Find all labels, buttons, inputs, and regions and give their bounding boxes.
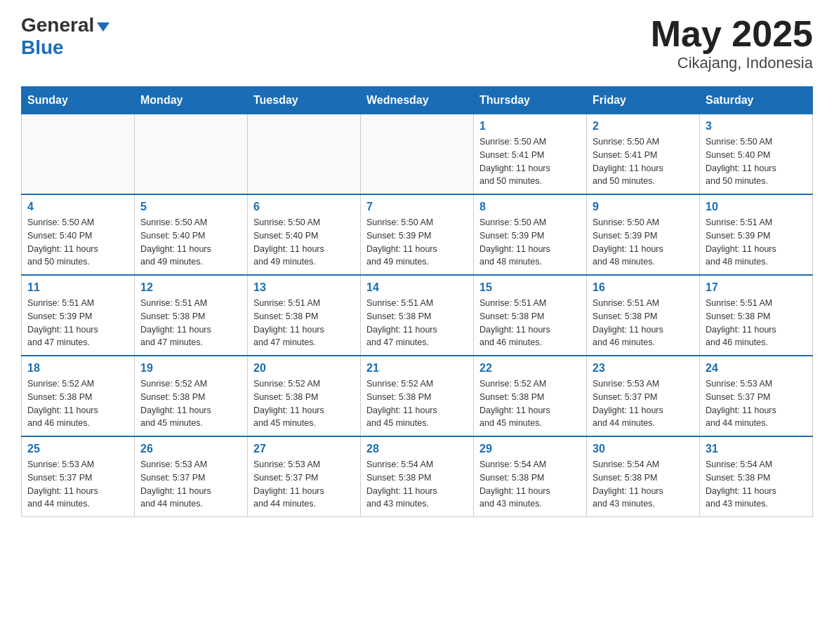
table-row: 11Sunrise: 5:51 AM Sunset: 5:39 PM Dayli… [22,275,135,356]
calendar-week-row: 11Sunrise: 5:51 AM Sunset: 5:39 PM Dayli… [22,275,813,356]
day-info: Sunrise: 5:53 AM Sunset: 5:37 PM Dayligh… [706,377,807,430]
day-number: 3 [706,120,807,133]
day-number: 10 [706,201,807,213]
logo-triangle-icon [97,22,110,32]
table-row [361,114,474,195]
day-info: Sunrise: 5:50 AM Sunset: 5:41 PM Dayligh… [593,135,694,188]
day-info: Sunrise: 5:51 AM Sunset: 5:38 PM Dayligh… [479,297,581,349]
logo-blue-text: Blue [21,36,64,58]
table-row: 31Sunrise: 5:54 AM Sunset: 5:38 PM Dayli… [700,436,813,517]
day-number: 28 [366,443,468,455]
day-info: Sunrise: 5:52 AM Sunset: 5:38 PM Dayligh… [253,377,355,430]
table-row: 19Sunrise: 5:52 AM Sunset: 5:38 PM Dayli… [135,356,248,436]
table-row: 24Sunrise: 5:53 AM Sunset: 5:37 PM Dayli… [700,356,813,436]
table-row: 5Sunrise: 5:50 AM Sunset: 5:40 PM Daylig… [135,194,248,275]
day-number: 19 [140,362,241,375]
table-row: 28Sunrise: 5:54 AM Sunset: 5:38 PM Dayli… [361,436,474,517]
day-number: 21 [366,362,468,375]
day-info: Sunrise: 5:53 AM Sunset: 5:37 PM Dayligh… [140,458,241,511]
day-number: 15 [479,281,581,294]
table-row: 7Sunrise: 5:50 AM Sunset: 5:39 PM Daylig… [361,194,474,275]
table-row: 14Sunrise: 5:51 AM Sunset: 5:38 PM Dayli… [361,275,474,356]
table-row: 27Sunrise: 5:53 AM Sunset: 5:37 PM Dayli… [248,436,361,517]
day-number: 27 [253,443,355,455]
day-info: Sunrise: 5:53 AM Sunset: 5:37 PM Dayligh… [253,458,355,511]
day-info: Sunrise: 5:54 AM Sunset: 5:38 PM Dayligh… [593,458,694,511]
day-number: 13 [253,281,355,294]
day-number: 23 [593,362,694,375]
day-number: 1 [479,120,581,133]
day-number: 2 [593,120,694,133]
page-header: General Blue May 2025 Cikajang, Indonesi… [21,14,813,72]
day-number: 14 [366,281,468,294]
calendar-week-row: 18Sunrise: 5:52 AM Sunset: 5:38 PM Dayli… [22,356,813,436]
calendar-week-row: 4Sunrise: 5:50 AM Sunset: 5:40 PM Daylig… [22,194,813,275]
day-info: Sunrise: 5:51 AM Sunset: 5:38 PM Dayligh… [253,297,355,349]
title-block: May 2025 Cikajang, Indonesia [651,14,813,72]
table-row: 18Sunrise: 5:52 AM Sunset: 5:38 PM Dayli… [22,356,135,436]
table-row: 21Sunrise: 5:52 AM Sunset: 5:38 PM Dayli… [361,356,474,436]
calendar-title: May 2025 [651,14,813,54]
day-info: Sunrise: 5:54 AM Sunset: 5:38 PM Dayligh… [479,458,581,511]
header-wednesday: Wednesday [361,87,474,114]
header-tuesday: Tuesday [248,87,361,114]
day-number: 5 [140,201,241,213]
table-row: 3Sunrise: 5:50 AM Sunset: 5:40 PM Daylig… [700,114,813,195]
table-row: 22Sunrise: 5:52 AM Sunset: 5:38 PM Dayli… [474,356,587,436]
day-info: Sunrise: 5:51 AM Sunset: 5:38 PM Dayligh… [706,297,807,349]
table-row: 4Sunrise: 5:50 AM Sunset: 5:40 PM Daylig… [22,194,135,275]
day-info: Sunrise: 5:52 AM Sunset: 5:38 PM Dayligh… [140,377,241,430]
day-info: Sunrise: 5:52 AM Sunset: 5:38 PM Dayligh… [366,377,468,430]
day-info: Sunrise: 5:50 AM Sunset: 5:41 PM Dayligh… [479,135,581,188]
day-info: Sunrise: 5:53 AM Sunset: 5:37 PM Dayligh… [593,377,694,430]
table-row: 26Sunrise: 5:53 AM Sunset: 5:37 PM Dayli… [135,436,248,517]
calendar-week-row: 1Sunrise: 5:50 AM Sunset: 5:41 PM Daylig… [22,114,813,195]
table-row: 30Sunrise: 5:54 AM Sunset: 5:38 PM Dayli… [587,436,700,517]
day-number: 17 [706,281,807,294]
table-row: 17Sunrise: 5:51 AM Sunset: 5:38 PM Dayli… [700,275,813,356]
day-number: 9 [593,201,694,213]
day-info: Sunrise: 5:50 AM Sunset: 5:40 PM Dayligh… [140,216,241,269]
day-info: Sunrise: 5:50 AM Sunset: 5:40 PM Dayligh… [253,216,355,269]
day-info: Sunrise: 5:51 AM Sunset: 5:38 PM Dayligh… [366,297,468,349]
day-number: 16 [593,281,694,294]
table-row: 25Sunrise: 5:53 AM Sunset: 5:37 PM Dayli… [22,436,135,517]
day-info: Sunrise: 5:51 AM Sunset: 5:39 PM Dayligh… [27,297,128,349]
day-number: 7 [366,201,468,213]
day-info: Sunrise: 5:50 AM Sunset: 5:39 PM Dayligh… [479,216,581,269]
day-number: 24 [706,362,807,375]
day-info: Sunrise: 5:53 AM Sunset: 5:37 PM Dayligh… [27,458,128,511]
day-info: Sunrise: 5:54 AM Sunset: 5:38 PM Dayligh… [706,458,807,511]
day-number: 11 [27,281,128,294]
header-sunday: Sunday [22,87,135,114]
day-number: 26 [140,443,241,455]
day-number: 29 [479,443,581,455]
table-row: 13Sunrise: 5:51 AM Sunset: 5:38 PM Dayli… [248,275,361,356]
day-info: Sunrise: 5:50 AM Sunset: 5:40 PM Dayligh… [27,216,128,269]
day-number: 22 [479,362,581,375]
day-info: Sunrise: 5:50 AM Sunset: 5:39 PM Dayligh… [366,216,468,269]
table-row [135,114,248,195]
table-row: 29Sunrise: 5:54 AM Sunset: 5:38 PM Dayli… [474,436,587,517]
header-saturday: Saturday [700,87,813,114]
table-row: 20Sunrise: 5:52 AM Sunset: 5:38 PM Dayli… [248,356,361,436]
logo-general-row: General [21,14,110,36]
table-row [248,114,361,195]
table-row: 15Sunrise: 5:51 AM Sunset: 5:38 PM Dayli… [474,275,587,356]
logo-general-text: General [21,14,94,36]
day-number: 4 [27,201,128,213]
table-row [22,114,135,195]
table-row: 16Sunrise: 5:51 AM Sunset: 5:38 PM Dayli… [587,275,700,356]
day-number: 8 [479,201,581,213]
day-info: Sunrise: 5:51 AM Sunset: 5:38 PM Dayligh… [140,297,241,349]
header-thursday: Thursday [474,87,587,114]
table-row: 9Sunrise: 5:50 AM Sunset: 5:39 PM Daylig… [587,194,700,275]
table-row: 23Sunrise: 5:53 AM Sunset: 5:37 PM Dayli… [587,356,700,436]
day-info: Sunrise: 5:51 AM Sunset: 5:38 PM Dayligh… [593,297,694,349]
table-row: 1Sunrise: 5:50 AM Sunset: 5:41 PM Daylig… [474,114,587,195]
table-row: 12Sunrise: 5:51 AM Sunset: 5:38 PM Dayli… [135,275,248,356]
table-row: 10Sunrise: 5:51 AM Sunset: 5:39 PM Dayli… [700,194,813,275]
header-friday: Friday [587,87,700,114]
logo: General Blue [21,14,110,59]
day-info: Sunrise: 5:54 AM Sunset: 5:38 PM Dayligh… [366,458,468,511]
